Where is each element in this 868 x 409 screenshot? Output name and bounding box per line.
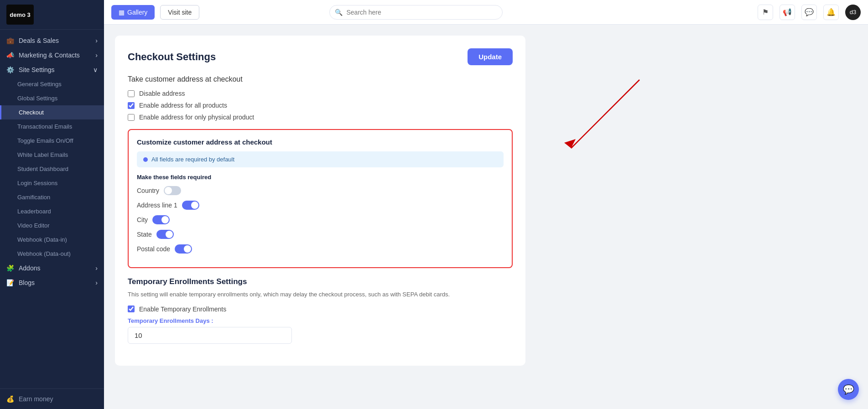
gallery-button[interactable]: ▦ Gallery: [111, 5, 155, 20]
sidebar-item-webhook-in[interactable]: Webhook (Data-in): [0, 233, 104, 247]
visit-site-label: Visit site: [168, 9, 192, 16]
earn-icon: 💰: [6, 395, 14, 403]
state-toggle[interactable]: [156, 230, 174, 239]
chevron-down-icon: ›: [95, 37, 98, 44]
earn-label: Earn money: [19, 395, 53, 403]
customize-address-box: Customize customer address at checkout A…: [128, 129, 513, 268]
svg-marker-1: [564, 139, 576, 148]
main-content: Checkout Settings Update Take customer a…: [104, 25, 868, 409]
enable-temp-enrollments-row: Enable Temporary Enrollments: [128, 305, 513, 313]
blogs-icon: 📝: [6, 279, 14, 286]
enable-temp-enrollments-checkbox[interactable]: [128, 305, 135, 312]
sidebar-earn-money[interactable]: 💰 Earn money: [0, 388, 104, 409]
topbar: ▦ Gallery Visit site 🔍 ⚑ 📢 💬 🔔 d3: [104, 0, 868, 25]
postal-code-toggle-row: Postal code: [137, 244, 504, 254]
sidebar-label-site-settings: Site Settings: [19, 66, 55, 73]
chevron-down-icon: ›: [95, 279, 98, 286]
flag-icon-button[interactable]: ⚑: [758, 5, 773, 20]
city-slider: [152, 215, 170, 224]
temp-days-label: Temporary Enrollments Days :: [128, 317, 513, 324]
topbar-icons: ⚑ 📢 💬 🔔 d3: [758, 5, 861, 20]
enable-temp-enrollments-label: Enable Temporary Enrollments: [139, 305, 226, 313]
card-title: Checkout Settings: [128, 51, 216, 63]
take-address-title: Take customer address at checkout: [128, 75, 513, 83]
sidebar-item-deals-sales[interactable]: 💼 Deals & Sales ›: [0, 33, 104, 48]
visit-site-button[interactable]: Visit site: [160, 5, 199, 20]
postal-code-label: Postal code: [137, 245, 170, 253]
sidebar-nav: 💼 Deals & Sales › 📣 Marketing & Contacts…: [0, 30, 104, 388]
sidebar-logo: demo 3: [0, 0, 104, 30]
address-line1-slider: [182, 201, 199, 210]
temp-days-input[interactable]: 10: [128, 327, 292, 344]
state-slider: [156, 230, 174, 239]
chat-icon-button[interactable]: 💬: [801, 5, 817, 20]
city-toggle-row: City: [137, 215, 504, 224]
address-line1-toggle[interactable]: [182, 201, 199, 210]
chat-bubble-icon: 💬: [843, 384, 854, 395]
sidebar-item-video-editor[interactable]: Video Editor: [0, 218, 104, 233]
sidebar-item-addons[interactable]: 🧩 Addons ›: [0, 261, 104, 275]
sidebar: demo 3 💼 Deals & Sales › 📣 Marketing & C…: [0, 0, 104, 409]
take-address-section: Take customer address at checkout Disabl…: [128, 75, 513, 121]
sidebar-item-toggle-emails[interactable]: Toggle Emails On/Off: [0, 134, 104, 148]
temp-enrollments-desc: This setting will enable temporary enrol…: [128, 290, 513, 299]
gallery-label: Gallery: [127, 9, 147, 16]
sidebar-item-login-sessions[interactable]: Login Sessions: [0, 176, 104, 190]
disable-address-label: Disable address: [139, 90, 185, 97]
main-wrapper: ▦ Gallery Visit site 🔍 ⚑ 📢 💬 🔔 d3 Checko…: [104, 0, 868, 409]
sidebar-item-student-dashboard[interactable]: Student Dashboard: [0, 162, 104, 176]
country-label: Country: [137, 187, 159, 194]
country-toggle[interactable]: [164, 186, 181, 195]
chevron-down-icon: ›: [95, 264, 98, 272]
checkout-settings-card: Checkout Settings Update Take customer a…: [115, 36, 525, 366]
enable-physical-row: Enable address for only physical product: [128, 114, 513, 121]
chat-bubble-button[interactable]: 💬: [838, 379, 859, 400]
svg-line-0: [571, 80, 639, 148]
country-slider: [164, 186, 181, 195]
info-banner-text: All fields are required by default: [151, 156, 234, 163]
sidebar-item-leaderboard[interactable]: Leaderboard: [0, 204, 104, 218]
sidebar-label-marketing: Marketing & Contacts: [19, 52, 80, 59]
search-container: 🔍: [329, 5, 503, 20]
enable-physical-checkbox[interactable]: [128, 114, 135, 121]
sidebar-item-gamification[interactable]: Gamification: [0, 190, 104, 204]
sidebar-item-site-settings[interactable]: ⚙️ Site Settings ∨: [0, 62, 104, 77]
address-line1-label: Address line 1: [137, 202, 177, 209]
disable-address-checkbox[interactable]: [128, 90, 135, 97]
enable-all-products-checkbox[interactable]: [128, 102, 135, 109]
enable-all-products-label: Enable address for all products: [139, 102, 227, 109]
sidebar-item-marketing[interactable]: 📣 Marketing & Contacts ›: [0, 48, 104, 62]
temp-enrollments-section: Temporary Enrollments Settings This sett…: [128, 277, 513, 344]
card-header: Checkout Settings Update: [128, 48, 513, 65]
customize-title: Customize customer address at checkout: [137, 138, 504, 146]
city-label: City: [137, 216, 148, 223]
sidebar-item-transactional-emails[interactable]: Transactional Emails: [0, 119, 104, 134]
logo-image: demo 3: [6, 5, 34, 25]
update-button[interactable]: Update: [468, 48, 513, 65]
search-input[interactable]: [329, 5, 503, 20]
settings-icon: ⚙️: [6, 66, 14, 73]
sidebar-label-addons: Addons: [19, 264, 40, 272]
postal-code-toggle[interactable]: [175, 244, 192, 254]
sidebar-item-general-settings[interactable]: General Settings: [0, 77, 104, 91]
country-toggle-row: Country: [137, 186, 504, 195]
sidebar-item-checkout[interactable]: Checkout: [0, 105, 104, 119]
megaphone-icon-button[interactable]: 📢: [780, 5, 795, 20]
sidebar-item-global-settings[interactable]: Global Settings: [0, 91, 104, 105]
postal-code-slider: [175, 244, 192, 254]
gallery-icon: ▦: [119, 9, 125, 16]
sidebar-item-webhook-out[interactable]: Webhook (Data-out): [0, 247, 104, 261]
sidebar-label-blogs: Blogs: [19, 279, 35, 286]
enable-all-products-row: Enable address for all products: [128, 102, 513, 109]
search-icon: 🔍: [335, 9, 343, 16]
info-banner: All fields are required by default: [137, 151, 504, 167]
sidebar-label-deals-sales: Deals & Sales: [19, 37, 59, 44]
sidebar-item-white-label-emails[interactable]: White Label Emails: [0, 148, 104, 162]
chevron-up-icon: ∨: [93, 66, 98, 73]
bell-icon-button[interactable]: 🔔: [823, 5, 839, 20]
temp-enrollments-title: Temporary Enrollments Settings: [128, 277, 513, 286]
sidebar-item-blogs[interactable]: 📝 Blogs ›: [0, 275, 104, 290]
logo-text: demo 3: [10, 11, 31, 18]
user-avatar[interactable]: d3: [845, 5, 861, 20]
city-toggle[interactable]: [152, 215, 170, 224]
